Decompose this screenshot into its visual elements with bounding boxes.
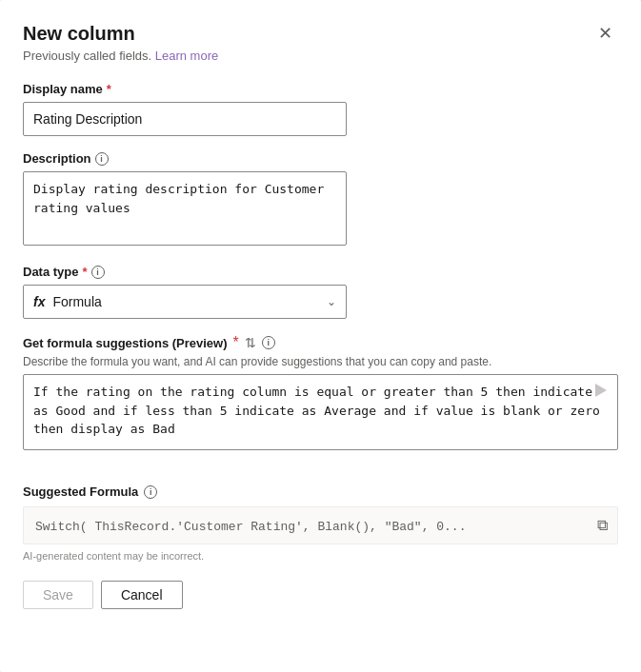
formula-code: Switch( ThisRecord.'Customer Rating', Bl… — [35, 520, 466, 534]
formula-required-star: * — [233, 334, 239, 351]
data-type-group: Data type * i fx Formula ⌄ — [23, 265, 618, 319]
required-star: * — [107, 82, 111, 96]
description-group: Description i Display rating description… — [23, 151, 618, 249]
suggested-formula-section: Suggested Formula i Switch( ThisRecord.'… — [23, 484, 618, 562]
formula-suggestions-group: Get formula suggestions (Preview) * ⇅ i … — [23, 334, 618, 454]
description-info-icon[interactable]: i — [95, 152, 109, 166]
formula-info-icon[interactable]: i — [262, 336, 275, 349]
dialog-title: New column — [23, 23, 135, 45]
data-type-label: Data type * i — [23, 265, 618, 279]
previously-called-text: Previously called fields. — [23, 49, 151, 63]
new-column-dialog: New column ✕ Previously called fields. L… — [0, 0, 641, 672]
ai-notice: AI-generated content may be incorrect. — [23, 550, 618, 562]
suggested-header: Suggested Formula i — [23, 484, 618, 499]
data-type-select[interactable]: fx Formula ⌄ — [23, 285, 347, 319]
save-button[interactable]: Save — [23, 581, 93, 609]
display-name-input[interactable] — [23, 102, 347, 136]
close-button[interactable]: ✕ — [592, 23, 618, 44]
formula-input-wrapper: If the rating on the rating column is eq… — [23, 374, 618, 454]
dialog-subtitle: Previously called fields. Learn more — [23, 49, 618, 63]
data-type-required-star: * — [83, 265, 88, 279]
formula-suggestions-label: Get formula suggestions (Preview) — [23, 336, 228, 350]
dialog-footer: Save Cancel — [23, 581, 618, 609]
fx-icon: fx — [33, 294, 45, 309]
learn-more-link[interactable]: Learn more — [155, 49, 218, 63]
refresh-icon[interactable]: ⇅ — [245, 335, 256, 350]
description-label: Description i — [23, 151, 618, 166]
formula-textarea[interactable]: If the rating on the rating column is eq… — [23, 374, 618, 450]
data-type-value: Formula — [52, 294, 101, 309]
description-input[interactable]: Display rating description for Customer … — [23, 171, 347, 246]
display-name-label: Display name * — [23, 82, 618, 96]
suggested-formula-info-icon[interactable]: i — [144, 485, 157, 499]
chevron-down-icon: ⌄ — [327, 295, 336, 308]
formula-section-header: Get formula suggestions (Preview) * ⇅ i — [23, 334, 618, 351]
cancel-button[interactable]: Cancel — [101, 581, 183, 609]
send-arrow-icon — [595, 384, 607, 400]
display-name-group: Display name * — [23, 82, 618, 136]
dialog-header: New column ✕ — [23, 23, 618, 45]
suggested-formula-label: Suggested Formula — [23, 484, 138, 499]
formula-code-wrapper: Switch( ThisRecord.'Customer Rating', Bl… — [23, 506, 618, 544]
data-type-info-icon[interactable]: i — [91, 266, 105, 279]
send-button[interactable] — [584, 374, 618, 408]
formula-hint: Describe the formula you want, and AI ca… — [23, 355, 618, 368]
copy-formula-button[interactable]: ⧉ — [595, 515, 610, 536]
